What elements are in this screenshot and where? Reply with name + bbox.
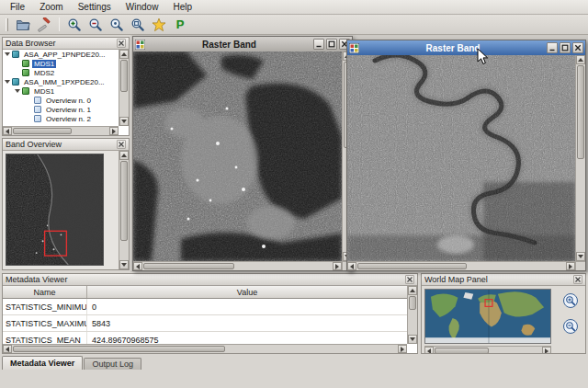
pan-button[interactable]: P xyxy=(171,16,189,33)
scrollbar-track[interactable] xyxy=(356,262,566,270)
scrollbar-thumb[interactable] xyxy=(13,128,72,134)
scrollbar-thumb[interactable] xyxy=(120,161,128,241)
menu-zoom[interactable]: Zoom xyxy=(33,1,70,13)
table-row[interactable]: STATISTICS_MINIMUM 0 xyxy=(3,299,407,315)
scroll-right-button[interactable] xyxy=(566,262,575,270)
raster-window-2-titlebar[interactable]: Raster Band xyxy=(347,40,585,55)
column-header-value[interactable]: Value xyxy=(87,286,407,298)
world-map-zoom-in-button[interactable] xyxy=(563,293,578,308)
metadata-horizontal-scrollbar[interactable] xyxy=(3,344,407,353)
close-button[interactable] xyxy=(572,42,583,53)
tab-metadata-viewer[interactable]: Metadata Viewer xyxy=(2,356,83,370)
scrollbar-thumb[interactable] xyxy=(13,346,225,352)
scrollbar-track[interactable] xyxy=(142,262,333,270)
expander-icon[interactable] xyxy=(15,89,20,93)
scroll-down-button[interactable] xyxy=(119,260,129,269)
scroll-left-button[interactable] xyxy=(3,127,12,135)
scroll-left-button[interactable] xyxy=(347,262,356,270)
data-browser-vertical-scrollbar[interactable] xyxy=(119,50,129,126)
menu-settings[interactable]: Settings xyxy=(72,1,118,13)
tab-output-log[interactable]: Output Log xyxy=(84,358,141,370)
zoom-actual-button[interactable] xyxy=(107,16,126,33)
world-map-zoom-out-button[interactable] xyxy=(563,319,578,334)
world-map-horizontal-scrollbar[interactable] xyxy=(424,346,551,353)
tree-item-product-1[interactable]: ASA_APP_1PNPDE20... xyxy=(3,50,119,59)
table-row[interactable]: STATISTICS_MEAN 424.89670968575 xyxy=(3,332,407,344)
application-window: File Zoom Settings Window Help xyxy=(0,0,588,388)
world-map-close-button[interactable] xyxy=(573,275,582,284)
open-folder-button[interactable] xyxy=(14,16,32,33)
scroll-right-button[interactable] xyxy=(109,127,119,135)
maximize-button[interactable] xyxy=(326,39,337,50)
scrollbar-thumb[interactable] xyxy=(357,263,467,269)
raster-band-window-1[interactable]: Raster Band xyxy=(132,36,353,271)
scroll-down-button[interactable] xyxy=(408,335,417,344)
scrollbar-thumb[interactable] xyxy=(409,296,416,310)
raster-image-2[interactable] xyxy=(347,55,575,261)
metadata-vertical-scrollbar[interactable] xyxy=(407,286,417,344)
tree-item-mds1-2[interactable]: MDS1 xyxy=(3,86,119,96)
band-overview-vertical-scrollbar[interactable] xyxy=(119,151,129,269)
scrollbar-track[interactable] xyxy=(12,345,398,353)
scroll-up-button[interactable] xyxy=(576,55,585,64)
expander-icon[interactable] xyxy=(5,52,10,56)
scrollbar-thumb[interactable] xyxy=(435,348,489,353)
tree-item-overview-0[interactable]: Overview n. 0 xyxy=(3,96,119,105)
scroll-up-button[interactable] xyxy=(408,286,417,295)
tools-button[interactable] xyxy=(35,16,53,33)
menu-file[interactable]: File xyxy=(4,1,31,13)
scrollbar-thumb[interactable] xyxy=(143,263,234,269)
table-row[interactable]: STATISTICS_MAXIMUM 5843 xyxy=(3,315,407,332)
scroll-left-button[interactable] xyxy=(424,347,434,353)
metadata-name-cell: STATISTICS_MAXIMUM xyxy=(3,315,87,331)
scroll-down-button[interactable] xyxy=(576,252,585,261)
scroll-right-button[interactable] xyxy=(398,345,407,353)
band-overview-close-button[interactable] xyxy=(117,140,126,149)
close-icon xyxy=(407,277,413,282)
tree-item-overview-1[interactable]: Overview n. 1 xyxy=(3,105,119,114)
zoom-fit-button[interactable] xyxy=(129,16,147,33)
tree-item-overview-2[interactable]: Overview n. 2 xyxy=(3,114,119,123)
scroll-down-button[interactable] xyxy=(119,117,129,126)
scrollbar-track[interactable] xyxy=(434,347,542,353)
scrollbar-thumb[interactable] xyxy=(120,60,128,92)
scrollbar-thumb[interactable] xyxy=(577,65,584,159)
scroll-up-button[interactable] xyxy=(119,151,129,160)
zoom-in-button[interactable] xyxy=(65,16,84,33)
zoom-out-button[interactable] xyxy=(86,16,105,33)
data-browser-close-button[interactable] xyxy=(117,39,126,48)
scroll-left-button[interactable] xyxy=(3,345,12,353)
scrollbar-track[interactable] xyxy=(119,160,129,260)
raster-2-vertical-scrollbar[interactable] xyxy=(575,55,585,261)
raster-image-1[interactable] xyxy=(133,51,342,261)
raster-2-horizontal-scrollbar[interactable] xyxy=(347,261,575,270)
metadata-viewer-close-button[interactable] xyxy=(405,275,414,284)
band-overview-thumbnail[interactable] xyxy=(6,154,104,266)
raster-band-window-2[interactable]: Raster Band xyxy=(346,40,586,271)
tree-item-product-2[interactable]: ASA_IMM_1PXPDE20... xyxy=(3,77,119,86)
scrollbar-track[interactable] xyxy=(408,295,417,335)
tree-item-mds1[interactable]: MDS1 xyxy=(3,59,119,68)
scrollbar-track[interactable] xyxy=(576,64,585,252)
menu-help[interactable]: Help xyxy=(166,1,198,13)
scroll-right-button[interactable] xyxy=(333,262,342,270)
raster-1-horizontal-scrollbar[interactable] xyxy=(133,261,342,270)
tree-item-mds2[interactable]: MDS2 xyxy=(3,68,119,77)
toolbar-grip[interactable] xyxy=(6,18,8,31)
column-header-name[interactable]: Name xyxy=(3,286,87,298)
world-map-view[interactable] xyxy=(424,289,551,344)
scrollbar-track[interactable] xyxy=(12,127,109,135)
data-browser-horizontal-scrollbar[interactable] xyxy=(3,126,119,135)
scroll-left-button[interactable] xyxy=(133,262,142,270)
expander-icon[interactable] xyxy=(5,80,10,84)
scroll-up-button[interactable] xyxy=(119,50,129,59)
maximize-button[interactable] xyxy=(560,42,571,53)
menu-window[interactable]: Window xyxy=(119,1,165,13)
raster-window-1-titlebar[interactable]: Raster Band xyxy=(133,37,352,51)
scroll-right-button[interactable] xyxy=(542,347,551,353)
minimize-button[interactable] xyxy=(547,42,558,53)
scrollbar-track[interactable] xyxy=(119,59,129,117)
favorites-button[interactable] xyxy=(150,16,168,33)
minimize-button[interactable] xyxy=(313,39,324,50)
star-icon xyxy=(152,17,166,32)
